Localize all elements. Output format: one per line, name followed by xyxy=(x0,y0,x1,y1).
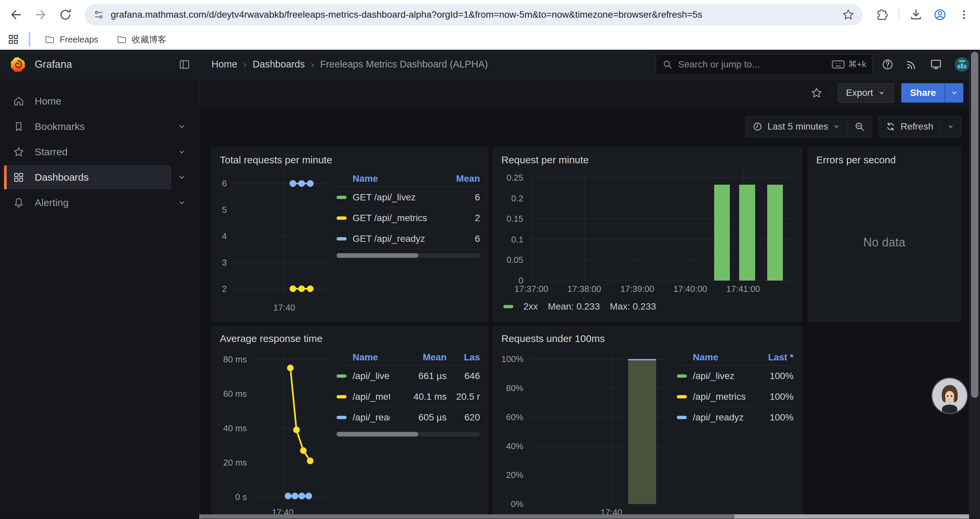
panel-title[interactable]: Total requests per minute xyxy=(220,154,480,166)
share-button[interactable]: Share xyxy=(901,83,963,102)
sidebar-item-alerting[interactable]: Alerting xyxy=(0,191,199,215)
series-color-swatch[interactable] xyxy=(503,305,513,308)
legend-row[interactable]: /api/_metrics40.1 ms20.5 r xyxy=(337,386,480,407)
star-icon xyxy=(13,146,25,158)
bar-2xx[interactable] xyxy=(767,185,783,281)
breadcrumb-item[interactable]: Home xyxy=(212,59,237,70)
vertical-scrollbar[interactable] xyxy=(969,50,980,519)
legend-header-name[interactable]: Name xyxy=(337,352,390,363)
bookmark-item[interactable]: Freeleaps xyxy=(40,31,103,48)
legend-row[interactable]: GET /api/_metrics2 xyxy=(337,208,480,228)
sidebar-item-dashboards[interactable]: Dashboards xyxy=(0,165,199,189)
browser-menu-icon[interactable] xyxy=(957,7,971,22)
sidebar-item-bookmarks[interactable]: Bookmarks xyxy=(0,115,199,139)
grafana-logo[interactable] xyxy=(9,56,27,73)
y-axis-tick: 0.1 xyxy=(501,235,523,245)
sidebar-chevron[interactable] xyxy=(171,122,192,131)
gridline-x xyxy=(611,349,612,504)
download-icon[interactable] xyxy=(908,7,923,22)
panel-title[interactable]: Requests under 100ms xyxy=(501,333,794,344)
y-axis-tick: 6 xyxy=(220,178,227,189)
apps-grid-icon[interactable] xyxy=(7,34,19,45)
legend-row[interactable]: GET /api/_livez6 xyxy=(337,187,480,208)
legend-series-name: GET /api/_readyz xyxy=(337,233,433,244)
reload-icon[interactable] xyxy=(58,7,73,22)
legend-row[interactable]: /api/_readyz605 µs620 xyxy=(337,407,480,428)
legend-value: 6 xyxy=(433,233,480,244)
bookmark-star-icon[interactable] xyxy=(842,8,854,21)
url-bar[interactable]: grafana.mathmast.com/d/deytv4rwavabkb/fr… xyxy=(85,4,862,26)
share-button-label[interactable]: Share xyxy=(901,83,945,102)
vertical-scrollbar-thumb[interactable] xyxy=(971,52,978,398)
legend-value: 20.5 r xyxy=(447,391,480,402)
back-icon[interactable] xyxy=(9,7,23,22)
sidebar-chevron[interactable] xyxy=(171,148,192,156)
area-series[interactable] xyxy=(628,359,656,504)
site-settings-icon[interactable] xyxy=(93,9,105,21)
sidebar-item-box[interactable]: Bookmarks xyxy=(4,115,171,139)
url-text[interactable]: grafana.mathmast.com/d/deytv4rwavabkb/fr… xyxy=(111,10,836,20)
user-avatar[interactable] xyxy=(954,56,970,72)
bar-2xx[interactable] xyxy=(714,185,730,281)
extensions-icon[interactable] xyxy=(875,7,889,22)
legend-header-name[interactable]: Name xyxy=(677,352,747,363)
series-point xyxy=(293,426,300,433)
zoom-out-button[interactable] xyxy=(847,116,872,137)
legend-row[interactable]: /api/_livez661 µs646 xyxy=(337,366,480,386)
legend-header-mean[interactable]: Mean xyxy=(433,173,480,184)
series-color-swatch xyxy=(337,416,347,419)
panel-title[interactable]: Average response time xyxy=(220,333,480,344)
news-rss-icon[interactable] xyxy=(905,58,918,71)
refresh-button[interactable]: Refresh xyxy=(878,116,940,137)
sidebar-chevron[interactable] xyxy=(171,198,192,207)
sidebar-item-starred[interactable]: Starred xyxy=(0,140,199,164)
legend-scrollbar-thumb[interactable] xyxy=(337,253,418,258)
legend-scrollbar-thumb[interactable] xyxy=(337,432,418,436)
sidebar-chevron[interactable] xyxy=(171,173,192,182)
bookmark-item[interactable]: 收藏博客 xyxy=(112,31,171,48)
legend-row[interactable]: /api/_readyz100% xyxy=(677,407,794,428)
legend-header-name[interactable]: Name xyxy=(337,173,433,184)
legend-header-last[interactable]: Last * xyxy=(747,352,794,363)
horizontal-scrollbar-thumb[interactable] xyxy=(199,514,735,519)
y-axis-tick: 4 xyxy=(220,231,227,241)
legend-row[interactable]: /api/_metrics100% xyxy=(677,386,794,407)
legend-series-label: /api/_readyz xyxy=(693,412,744,423)
legend-table: NameMeanLas/api/_livez661 µs646/api/_met… xyxy=(337,349,480,519)
sidebar-item-box[interactable]: Home xyxy=(4,89,171,113)
breadcrumb-item[interactable]: Dashboards xyxy=(253,59,305,70)
legend-scrollbar[interactable] xyxy=(337,253,480,258)
panel-title[interactable]: Errors per second xyxy=(816,154,952,166)
legend-value: 100% xyxy=(747,391,794,402)
forward-icon[interactable] xyxy=(33,7,48,22)
kiosk-monitor-icon[interactable] xyxy=(929,58,943,71)
series-point xyxy=(307,286,313,292)
sidebar-toggle-icon[interactable] xyxy=(178,58,191,70)
time-range-button[interactable]: Last 5 minutes xyxy=(746,116,847,137)
breadcrumb-separator: › xyxy=(311,59,314,70)
horizontal-scrollbar[interactable] xyxy=(199,514,969,519)
sidebar-item-box[interactable]: Dashboards xyxy=(4,165,171,189)
search-input[interactable]: Search or jump to... ⌘+k xyxy=(656,54,873,75)
breadcrumb-item[interactable]: Freeleaps Metrics Dashboard (ALPHA) xyxy=(320,59,488,70)
legend-scrollbar[interactable] xyxy=(337,432,480,436)
legend-value: 661 µs xyxy=(390,371,447,382)
share-menu-chevron[interactable] xyxy=(945,83,963,102)
legend-row[interactable]: GET /api/_readyz6 xyxy=(337,228,480,249)
bar-2xx[interactable] xyxy=(739,185,755,281)
legend-row[interactable]: /api/_livez100% xyxy=(677,366,794,386)
panel-title[interactable]: Request per minute xyxy=(501,154,794,166)
floating-assistant-avatar[interactable] xyxy=(932,378,967,413)
profile-icon[interactable] xyxy=(932,7,947,22)
legend-header-las[interactable]: Las xyxy=(447,352,480,363)
legend-series-label[interactable]: 2xx xyxy=(523,301,538,312)
sidebar-item-box[interactable]: Alerting xyxy=(4,191,171,215)
export-button[interactable]: Export xyxy=(838,83,894,102)
sidebar-item-home[interactable]: Home xyxy=(0,89,199,113)
favorite-star-icon[interactable] xyxy=(811,87,822,99)
help-icon[interactable] xyxy=(881,58,894,71)
legend-header-mean[interactable]: Mean xyxy=(390,352,447,363)
refresh-interval-chevron[interactable] xyxy=(940,116,961,137)
legend-series-name: /api/_readyz xyxy=(677,412,747,423)
sidebar-item-box[interactable]: Starred xyxy=(4,140,171,164)
